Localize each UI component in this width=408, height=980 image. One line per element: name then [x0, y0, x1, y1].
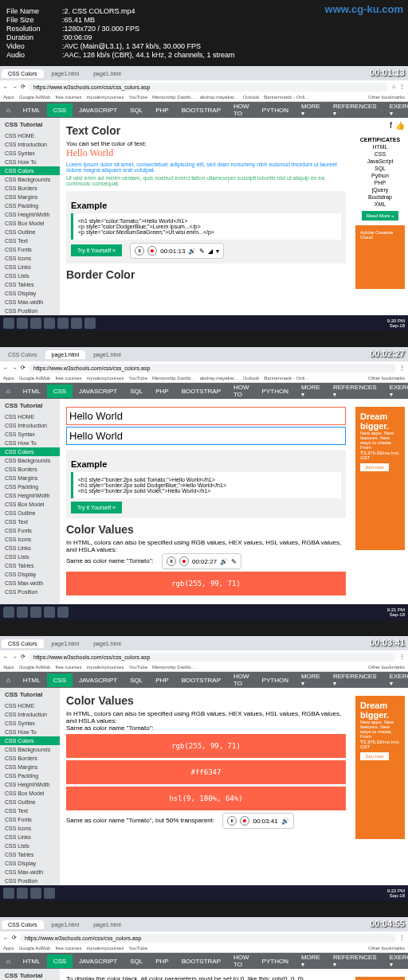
record-icon[interactable]: ⏺ — [147, 246, 157, 256]
bookmark[interactable]: free courses — [55, 665, 81, 670]
sidebar-item[interactable]: CSS Box Model — [0, 219, 60, 228]
star-icon[interactable]: ☆ — [391, 84, 396, 90]
nav-php[interactable]: PHP — [149, 955, 175, 968]
sidebar-item[interactable]: CSS Margins — [0, 763, 60, 771]
nav-js[interactable]: JAVASCRIPT — [73, 674, 124, 687]
task-icon[interactable] — [57, 318, 69, 329]
sidebar-item[interactable]: CSS Outline — [0, 509, 60, 517]
pen-icon[interactable]: ✎ — [199, 248, 205, 255]
sidebar-item[interactable]: CSS How To — [0, 158, 60, 166]
sidebar-item[interactable]: CSS Fonts — [0, 526, 60, 535]
sidebar-item[interactable]: CSS Position — [0, 588, 60, 596]
menu-icon[interactable]: ⋮ — [399, 365, 405, 371]
sidebar-item[interactable]: CSS Position — [0, 877, 60, 885]
nav-sql[interactable]: SQL — [124, 385, 149, 398]
nav-home[interactable]: ⌂ — [0, 103, 17, 117]
sidebar-item-active[interactable]: CSS Colors — [0, 736, 60, 745]
nav-css[interactable]: CSS — [47, 674, 73, 687]
sidebar-item[interactable]: CSS Introduction — [0, 421, 60, 430]
sidebar-item[interactable]: CSS Introduction — [0, 710, 60, 719]
ad-box[interactable]: Dream bigger. New apps. New features. Ne… — [355, 977, 405, 980]
sidebar-item[interactable]: CSS Tables — [0, 280, 60, 289]
sidebar-item[interactable]: CSS Height/Width — [0, 491, 60, 500]
bookmark[interactable]: free courses — [55, 376, 81, 381]
forward-icon[interactable]: → — [12, 654, 18, 660]
nav-home[interactable]: ⌂ — [0, 955, 17, 968]
taskbar-clock[interactable]: 9:20 PMSep-18 — [387, 318, 405, 328]
nav-css[interactable]: CSS — [47, 385, 73, 398]
reload-icon[interactable]: ⟳ — [21, 84, 26, 90]
sidebar-item[interactable]: CSS HOME — [0, 412, 60, 421]
apps-icon[interactable]: Apps — [3, 376, 14, 381]
sidebar-item[interactable]: CSS Text — [0, 806, 60, 815]
url-input[interactable]: https://www.w3schools.com/css/css_colors… — [20, 934, 396, 943]
nav-python[interactable]: PYTHON — [256, 955, 295, 968]
volume-icon[interactable]: 🔊 — [281, 818, 289, 825]
sidebar-item[interactable]: CSS Icons — [0, 535, 60, 544]
tab[interactable]: page1.html — [87, 639, 128, 648]
readmore-button[interactable]: Read More » — [362, 211, 399, 221]
sidebar-item[interactable]: CSS Display — [0, 859, 60, 868]
sidebar-item[interactable]: CSS Fonts — [0, 245, 60, 254]
nav-python[interactable]: PYTHON — [256, 103, 295, 117]
like-icon[interactable]: 👍 — [395, 121, 405, 130]
sidebar-item[interactable]: CSS Padding — [0, 201, 60, 210]
sidebar-item[interactable]: CSS How To — [0, 439, 60, 447]
sidebar-item[interactable]: CSS Margins — [0, 193, 60, 201]
taskbar-clock[interactable]: 9:21 PMSep-18 — [387, 607, 405, 617]
cert-item[interactable]: SQL — [355, 165, 405, 172]
nav-bootstrap[interactable]: BOOTSTRAP — [175, 103, 227, 117]
tab[interactable]: page1.html — [45, 69, 86, 78]
sidebar-item[interactable]: CSS Text — [0, 236, 60, 245]
task-icon[interactable] — [84, 318, 96, 329]
volume-icon[interactable]: 🔊 — [220, 558, 228, 565]
nav-js[interactable]: JAVASCRIPT — [73, 385, 124, 398]
sidebar-item[interactable]: CSS How To — [0, 728, 60, 736]
bookmark[interactable]: free courses — [55, 946, 81, 951]
reload-icon[interactable]: ⟳ — [21, 365, 26, 371]
task-icon[interactable] — [17, 607, 28, 618]
eraser-icon[interactable]: ◢ — [208, 248, 213, 255]
sidebar-item[interactable]: CSS Syntax — [0, 719, 60, 728]
pen-icon[interactable]: ✎ — [231, 558, 237, 565]
nav-html[interactable]: HTML — [17, 385, 47, 398]
sidebar-item[interactable]: CSS Lists — [0, 271, 60, 280]
tab-active[interactable]: CSS Colors — [2, 69, 44, 78]
sidebar-item[interactable]: CSS Backgrounds — [0, 175, 60, 184]
tab-active[interactable]: CSS Colors — [2, 920, 44, 929]
facebook-icon[interactable]: f — [390, 121, 392, 130]
task-icon[interactable] — [30, 888, 41, 899]
sidebar-item[interactable]: CSS Borders — [0, 465, 60, 474]
nav-bootstrap[interactable]: BOOTSTRAP — [175, 955, 227, 968]
nav-php[interactable]: PHP — [149, 385, 175, 398]
sidebar-item[interactable]: CSS Max-width — [0, 579, 60, 588]
tab[interactable]: page1.html — [45, 639, 86, 648]
cert-item[interactable]: Python — [355, 172, 405, 179]
sidebar-item[interactable]: CSS Backgrounds — [0, 745, 60, 754]
nav-php[interactable]: PHP — [149, 674, 175, 687]
apps-icon[interactable]: Apps — [3, 95, 14, 100]
cert-item[interactable]: CSS — [355, 150, 405, 158]
task-icon[interactable] — [17, 888, 28, 899]
volume-icon[interactable]: 🔊 — [188, 248, 196, 255]
nav-css[interactable]: CSS — [47, 103, 73, 117]
pause-icon[interactable]: ⏸ — [167, 556, 176, 566]
reload-icon[interactable]: ⟳ — [21, 654, 26, 660]
sidebar-item[interactable]: CSS Lists — [0, 552, 60, 561]
sidebar-item[interactable]: CSS Tables — [0, 850, 60, 859]
task-icon[interactable] — [44, 888, 55, 899]
ad-box[interactable]: Dream bigger. New apps. New features. Ne… — [355, 407, 405, 550]
back-icon[interactable]: ← — [3, 935, 9, 941]
bookmark[interactable]: YouTube — [128, 376, 147, 381]
sidebar-item[interactable]: CSS Tables — [0, 561, 60, 570]
nav-python[interactable]: PYTHON — [256, 385, 295, 398]
reload-icon[interactable]: ⟳ — [12, 935, 17, 941]
task-icon[interactable] — [44, 607, 55, 618]
sidebar-item[interactable]: CSS Display — [0, 570, 60, 579]
back-icon[interactable]: ← — [3, 365, 9, 371]
bookmark[interactable]: YouTube — [128, 946, 147, 951]
start-icon[interactable] — [3, 888, 14, 899]
sidebar-item[interactable]: CSS Syntax — [0, 149, 60, 158]
bookmark[interactable]: Mentorship Dashb... — [152, 95, 195, 100]
tab-active[interactable]: page1.html — [45, 350, 86, 359]
